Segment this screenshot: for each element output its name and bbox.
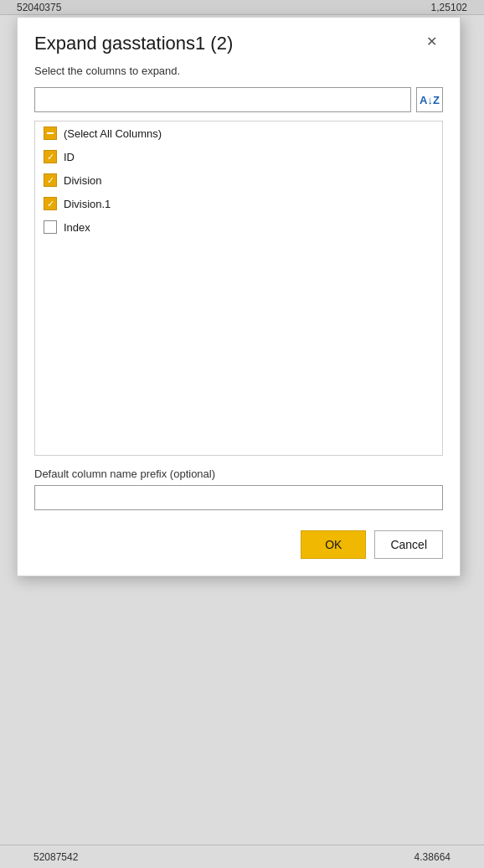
column-item-division1[interactable]: ✓ Division.1 xyxy=(35,192,442,215)
expand-columns-modal: Expand gasstations1 (2) ✕ Select the col… xyxy=(17,17,461,576)
column-label-select-all: (Select All Columns) xyxy=(64,127,162,140)
search-row: A↓Z xyxy=(18,87,460,121)
columns-list: (Select All Columns) ✓ ID ✓ Division ✓ D… xyxy=(34,121,443,456)
search-input[interactable] xyxy=(34,87,411,112)
close-button[interactable]: ✕ xyxy=(420,29,443,53)
column-label-division: Division xyxy=(64,174,102,187)
column-item-id[interactable]: ✓ ID xyxy=(35,145,442,168)
checkbox-division1[interactable]: ✓ xyxy=(44,197,57,210)
ok-button[interactable]: OK xyxy=(301,530,366,559)
cancel-button[interactable]: Cancel xyxy=(374,530,443,559)
checkbox-select-all[interactable] xyxy=(44,127,57,140)
prefix-input[interactable] xyxy=(34,485,443,510)
checkbox-division[interactable]: ✓ xyxy=(44,173,57,187)
modal-title: Expand gasstations1 (2) xyxy=(34,33,233,54)
prefix-section: Default column name prefix (optional) xyxy=(18,456,460,517)
modal-footer: OK Cancel xyxy=(18,517,460,576)
column-label-index: Index xyxy=(64,221,90,234)
checkbox-index[interactable] xyxy=(44,220,57,234)
column-item-index[interactable]: Index xyxy=(35,215,442,239)
checkbox-id[interactable]: ✓ xyxy=(44,150,57,163)
modal-header: Expand gasstations1 (2) ✕ xyxy=(18,18,460,63)
column-label-division1: Division.1 xyxy=(64,198,111,210)
column-item-select-all[interactable]: (Select All Columns) xyxy=(35,121,442,145)
sort-button[interactable]: A↓Z xyxy=(416,87,443,112)
column-item-division[interactable]: ✓ Division xyxy=(35,168,442,192)
column-label-id: ID xyxy=(64,151,75,163)
prefix-label: Default column name prefix (optional) xyxy=(34,468,443,480)
modal-subtitle: Select the columns to expand. xyxy=(18,63,460,87)
